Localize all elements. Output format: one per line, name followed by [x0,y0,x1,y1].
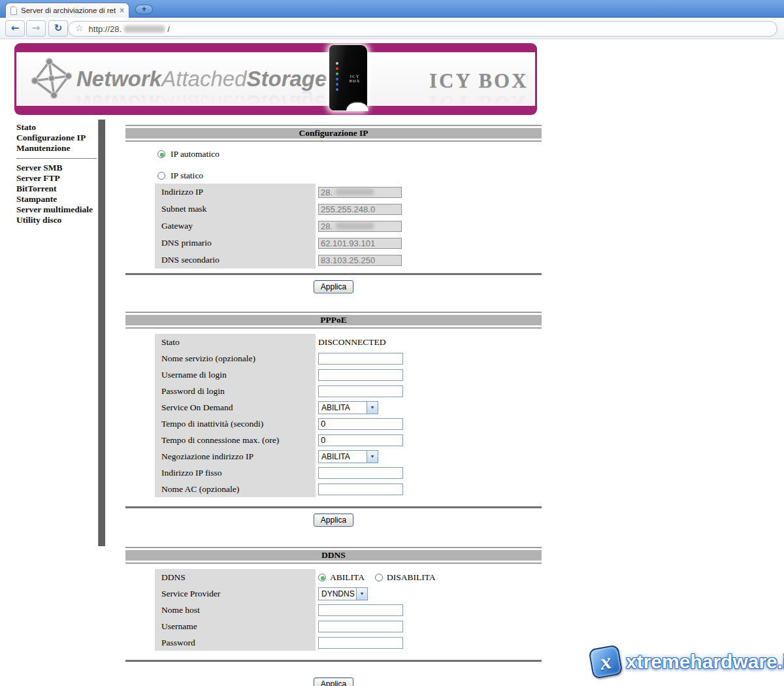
select-value: DYNDNS [319,588,356,600]
radio-selected-icon[interactable] [318,574,326,581]
apply-button-ip[interactable]: Applica [314,280,353,293]
forward-button[interactable]: → [26,20,46,37]
main-content: Configurazione IP IP automaticoIP static… [125,121,542,686]
row-label: Indirizzo IP [155,184,316,201]
dns-primario-input [318,238,402,249]
input-wrap [318,254,402,266]
tab-title: Server di archiviazione di ret... [21,7,116,14]
chevron-down-icon[interactable]: ▼ [367,451,378,463]
row-control [316,184,402,201]
network-diagram-icon [28,55,75,102]
indirizzo-ip-fisso-input[interactable] [318,467,403,479]
divider-line [125,506,542,508]
page-favicon-icon [10,7,17,15]
row-control [316,465,403,481]
radio-ip-automatico[interactable]: IP automatico [157,150,542,158]
nome-host-input[interactable] [318,604,403,616]
table-row-nome-ac-opzionale: Nome AC (opzionale) [155,481,542,497]
divider-line [125,125,542,126]
input-wrap [318,434,403,446]
row-label: Nome host [155,602,316,618]
row-control: DYNDNS▼ [316,585,368,602]
xtremehardware-watermark: x xtremehardware.it [587,644,783,683]
service-provider-select[interactable]: DYNDNS▼ [318,587,368,600]
close-tab-icon[interactable]: × [120,7,124,14]
nome-ac-opzionale-input[interactable] [318,483,403,495]
row-label: Indirizzo IP fisso [155,465,316,481]
radio-label-disabilita[interactable]: DISABILITA [387,572,436,583]
xtremehardware-badge-icon: x [588,644,623,679]
chevron-down-icon[interactable]: ▼ [367,402,378,414]
table-row-username: Username [155,618,542,634]
table-row-nome-host: Nome host [155,602,542,618]
chevron-down-icon[interactable]: ▼ [356,588,367,600]
sidebar-item-utility-disco[interactable]: Utility disco [16,215,99,225]
back-button[interactable]: ← [5,20,25,37]
sidebar-item-configurazione-ip[interactable]: Configurazione IP [16,133,99,143]
table-row-service-on-demand: Service On DemandABILITA▼ [155,399,542,416]
icybox-logo-text: ICY BOX [429,69,529,93]
row-control [316,432,403,448]
sidebar-divider [16,158,97,159]
led-icon [336,62,338,65]
radio-label-abilita[interactable]: ABILITA [330,572,365,583]
divider-line [125,660,542,662]
divider-line [125,273,542,275]
service-on-demand-select[interactable]: ABILITA▼ [318,401,378,414]
input-wrap [318,604,403,616]
password-input[interactable] [318,637,403,649]
password-di-login-input[interactable] [318,385,403,397]
row-label: Password di login [155,383,316,399]
username-di-login-input[interactable] [318,369,403,381]
row-control [316,201,402,218]
table-row-dns-secondario: DNS secondario [155,252,542,269]
frame-divider[interactable] [98,120,105,546]
radio-selected-icon[interactable] [157,150,165,158]
apply-button-pppoe[interactable]: Applica [314,514,353,527]
section-ip-config: Configurazione IP IP automaticoIP static… [125,121,542,293]
row-label: DNS secondario [155,252,316,269]
nome-servizio-opzionale-input[interactable] [318,353,403,365]
apply-button-ddns[interactable]: Applica [314,678,353,686]
nas-device-image: ICY BOX [319,45,379,113]
sidebar-item-server-ftp[interactable]: Server FTP [16,173,99,184]
row-label: Tempo di connessione max. (ore) [155,432,316,448]
row-control [316,383,403,399]
select-value: ABILITA [319,402,367,414]
pppoe-table: StatoDISCONNECTEDNome servizio (opzional… [155,334,542,497]
tempo-di-inattivit-secondi-input[interactable] [318,418,403,430]
sidebar-item-stampante[interactable]: Stampante [16,194,99,204]
username-input[interactable] [318,621,403,632]
subnet-mask-input [318,204,402,215]
browser-tab[interactable]: Server di archiviazione di ret... × [5,3,129,18]
tempo-di-connessione-max-ore-input[interactable] [318,434,403,446]
reload-button[interactable]: ↻ [48,20,68,37]
section-title-ddns: DDNS [125,550,542,561]
banner-inner: NetworkAttachedStorage NetworkAttachedSt… [16,52,535,106]
radio-unselected-icon[interactable] [157,172,165,180]
dns-secondario-input [318,255,402,266]
x-letter-icon: x [590,646,622,678]
divider-line [125,312,542,313]
led-icon [336,67,338,70]
new-tab-button[interactable]: + [135,5,153,14]
sidebar-item-server-smb[interactable]: Server SMB [16,163,99,173]
sidebar-item-bittorrent[interactable]: BitTorrent [16,184,99,194]
web-page: NetworkAttachedStorage NetworkAttachedSt… [0,39,784,686]
row-control: ABILITA▼ [316,448,378,465]
table-row-ddns: DDNSABILITADISABILITA [155,569,542,585]
sidebar-item-stato[interactable]: Stato [16,122,99,133]
sidebar-item-manutenzione[interactable]: Manutenzione [16,143,99,154]
radio-unselected-icon[interactable] [375,574,383,581]
row-label: Username [155,618,316,634]
radio-ip-statico[interactable]: IP statico [157,171,542,180]
address-bar[interactable]: ☆ http://28. / [68,21,777,37]
url-suffix: / [167,24,170,34]
table-row-password-di-login: Password di login [155,383,542,399]
negoziazione-indirizzo-ip-select[interactable]: ABILITA▼ [318,450,378,463]
status-text-disconnected: DISCONNECTED [318,337,386,348]
section-title-pppoe: PPPoE [125,315,542,325]
bookmark-star-icon[interactable]: ☆ [75,24,84,33]
brand-title-reflection: NetworkAttachedStorage [76,90,327,106]
sidebar-item-server-multimediale[interactable]: Server multimediale [16,204,99,215]
